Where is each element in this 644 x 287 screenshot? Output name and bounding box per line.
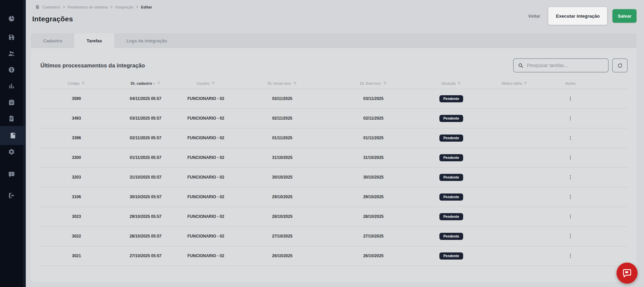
- row-actions-button[interactable]: [566, 95, 574, 103]
- cell-codigo: 3396: [40, 128, 113, 148]
- sidebar-item-save[interactable]: [0, 31, 23, 44]
- cell-dt-inicial-mov: 28/10/2025: [234, 207, 331, 226]
- cell-codigo: 3021: [40, 246, 113, 266]
- cell-dt-cadastro: 30/10/2025 05:57: [113, 187, 178, 207]
- sidebar-item-logout[interactable]: [0, 189, 23, 202]
- tasks-table: CódigoDt. cadastro↓UsuárioDt. inicial mo…: [40, 78, 628, 266]
- column-header-dt-cadastro[interactable]: Dt. cadastro↓: [113, 78, 178, 89]
- cell-dt-final-mov: 27/10/2025: [331, 226, 416, 246]
- filter-icon[interactable]: [293, 81, 297, 86]
- filter-icon[interactable]: [524, 81, 527, 86]
- column-header-motivo-falha[interactable]: Motivo falha: [487, 78, 543, 89]
- row-actions-button[interactable]: [566, 114, 574, 122]
- cell-dt-final-mov: 03/11/2025: [331, 89, 416, 108]
- cell-dt-inicial-mov: 29/10/2025: [234, 187, 331, 207]
- table-container: CódigoDt. cadastro↓UsuárioDt. inicial mo…: [31, 78, 637, 266]
- column-header-codigo[interactable]: Código: [40, 78, 113, 89]
- page-title: Integrações: [32, 15, 73, 23]
- row-actions-button[interactable]: [566, 153, 574, 162]
- breadcrumb-item-integracao[interactable]: Integração: [115, 5, 133, 9]
- back-button[interactable]: Voltar: [526, 12, 543, 21]
- table-row: 349303/11/2025 05:57FUNCIONARIO - 0202/1…: [40, 108, 628, 128]
- row-actions-button[interactable]: [566, 173, 574, 181]
- table-row: 302329/10/2025 05:57FUNCIONARIO - 0228/1…: [40, 207, 628, 226]
- table-header-row: CódigoDt. cadastro↓UsuárioDt. inicial mo…: [40, 78, 628, 89]
- status-badge: Pendente: [439, 233, 463, 240]
- status-badge: Pendente: [439, 213, 463, 220]
- cell-dt-cadastro: 29/10/2025 05:57: [113, 207, 178, 226]
- status-badge: Pendente: [439, 252, 463, 260]
- row-spacer: [598, 246, 628, 266]
- column-header-usuario[interactable]: Usuário: [178, 78, 234, 89]
- filter-icon[interactable]: [157, 81, 160, 86]
- status-badge: Pendente: [439, 95, 463, 102]
- refresh-button[interactable]: [612, 58, 628, 73]
- cell-usuario: FUNCIONARIO - 02: [178, 207, 234, 226]
- filter-icon[interactable]: [457, 81, 461, 86]
- row-spacer: [598, 148, 628, 167]
- bar-chart-icon: [8, 83, 15, 89]
- column-header-dt-final-mov[interactable]: Dt. final mov.: [331, 78, 416, 89]
- cell-dt-final-mov: 28/10/2025: [331, 207, 416, 226]
- book-icon: [10, 132, 16, 139]
- row-spacer: [598, 167, 628, 187]
- run-integration-button[interactable]: Executar integração: [548, 7, 607, 25]
- tab-tarefas[interactable]: Tarefas: [74, 33, 114, 48]
- sidebar-item-gear[interactable]: [0, 145, 23, 158]
- row-actions-button[interactable]: [566, 212, 574, 221]
- cell-situacao: Pendente: [416, 207, 487, 226]
- sidebar-item-book[interactable]: [0, 126, 26, 145]
- cell-codigo: 3203: [40, 167, 113, 187]
- cell-dt-final-mov: 01/11/2025: [331, 128, 416, 148]
- row-actions-button[interactable]: [566, 252, 574, 260]
- row-actions-button[interactable]: [566, 232, 574, 240]
- column-label: Usuário: [197, 81, 210, 85]
- cell-acoes: [543, 187, 599, 207]
- row-actions-button[interactable]: [566, 134, 574, 142]
- panel-title: Últimos processamentos da integração: [40, 62, 145, 69]
- cell-usuario: FUNCIONARIO - 02: [178, 187, 234, 207]
- tab-cadastro[interactable]: Cadastro: [31, 33, 74, 48]
- column-label: Dt. cadastro: [131, 81, 152, 85]
- chat-fab-button[interactable]: [617, 263, 638, 284]
- sidebar-item-clipboard[interactable]: [0, 96, 23, 109]
- tab-bar: CadastroTarefasLogs da integração: [31, 33, 637, 48]
- tab-logs-da-integracao[interactable]: Logs da integração: [114, 33, 179, 48]
- sidebar-item-users[interactable]: [0, 47, 23, 60]
- sidebar-item-document[interactable]: [0, 112, 23, 125]
- sidebar-item-help[interactable]: ?: [0, 168, 23, 181]
- column-header-situacao[interactable]: Situação: [416, 78, 487, 89]
- refresh-icon: [617, 63, 623, 68]
- cell-dt-inicial-mov: 01/11/2025: [234, 128, 331, 148]
- cell-dt-cadastro: 31/10/2025 05:57: [113, 167, 178, 187]
- search-input[interactable]: [527, 63, 604, 68]
- main-content: Cadastros>Parâmetros do sistema>Integraç…: [26, 0, 644, 287]
- sidebar-item-dollar[interactable]: [0, 63, 23, 76]
- row-actions-button[interactable]: [566, 193, 574, 201]
- cell-dt-final-mov: 31/10/2025: [331, 148, 416, 167]
- cell-situacao: Pendente: [416, 167, 487, 187]
- table-row: 302228/10/2025 05:57FUNCIONARIO - 0227/1…: [40, 226, 628, 246]
- filter-icon[interactable]: [383, 81, 387, 86]
- breadcrumb-item-parametros-do-sistema[interactable]: Parâmetros do sistema: [68, 5, 108, 9]
- sidebar-item-bar-chart[interactable]: [0, 80, 23, 93]
- cell-usuario: FUNCIONARIO - 02: [178, 167, 234, 187]
- table-row: 339602/11/2025 05:57FUNCIONARIO - 0201/1…: [40, 128, 628, 148]
- cell-usuario: FUNCIONARIO - 02: [178, 89, 234, 108]
- status-badge: Pendente: [439, 193, 463, 201]
- cell-dt-final-mov: 26/10/2025: [331, 246, 416, 266]
- cell-motivo-falha: [487, 207, 543, 226]
- help-icon: ?: [8, 171, 15, 178]
- column-header-dt-inicial-mov[interactable]: Dt. inicial mov.: [234, 78, 331, 89]
- save-button[interactable]: Salvar: [612, 9, 637, 23]
- filter-icon[interactable]: [81, 81, 85, 86]
- sidebar-item-pie-chart[interactable]: [0, 12, 23, 25]
- column-header-acoes[interactable]: Ações: [543, 78, 599, 89]
- breadcrumb-item-editar: Editar: [141, 5, 152, 9]
- cell-motivo-falha: [487, 187, 543, 207]
- document-icon: [8, 115, 15, 122]
- breadcrumb-item-cadastros[interactable]: Cadastros: [42, 5, 60, 9]
- filter-icon[interactable]: [211, 81, 215, 86]
- cell-dt-final-mov: 30/10/2025: [331, 167, 416, 187]
- cell-dt-cadastro: 02/11/2025 05:57: [113, 128, 178, 148]
